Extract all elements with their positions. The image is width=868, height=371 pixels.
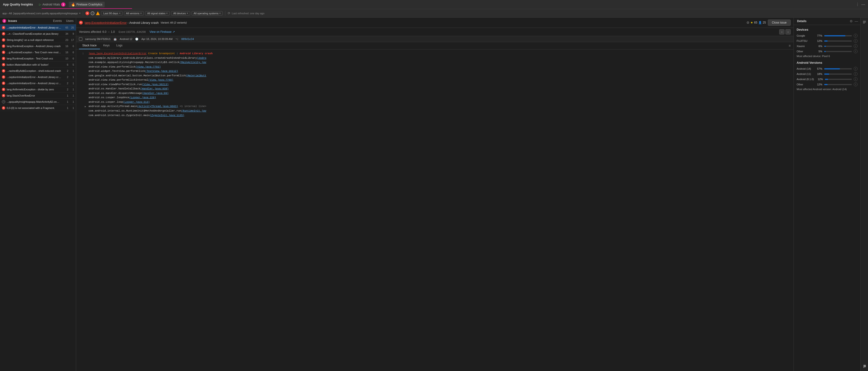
list-item[interactable]: ✕ String.length()' on a null object refe… xyxy=(0,37,76,43)
commit-hash: 089d1e34 xyxy=(181,38,194,41)
android-version: Android 12 xyxy=(120,38,132,40)
list-item[interactable]: ✕ lang.ArithmeticException - divide by z… xyxy=(0,86,76,93)
info-icon[interactable]: i xyxy=(854,72,858,76)
stack-text: android.view.View.performClickInternal(V… xyxy=(89,78,792,82)
versions-bar: Versions affected: 6.0 → 1.0 Event 19377… xyxy=(76,28,794,36)
versions-affected: Versions affected: 6.0 → 1.0 xyxy=(79,30,115,34)
user-count: 6 xyxy=(70,57,74,60)
stack-line: com.google.android.material.button.Mater… xyxy=(76,73,794,78)
stat-row: Xiaomi 6% i xyxy=(797,44,858,48)
code-tabs: Stack trace Keys Logs ≡ xyxy=(76,42,794,49)
warn-filter-icon[interactable] xyxy=(96,11,100,15)
versions-filter[interactable]: All versions ▾ xyxy=(124,11,144,15)
tab-android-vitals[interactable]: ▷ Android Vitals 1 xyxy=(37,1,68,8)
stack-text: com.android.internal.os.ZygoteInit.main(… xyxy=(89,113,792,117)
stat-label: Android (11) xyxy=(797,72,813,75)
list-item[interactable]: ✕ ...n - ClassNotFoundException at java … xyxy=(0,31,76,37)
stat-bar xyxy=(824,46,826,47)
tab-keys[interactable]: Keys xyxy=(100,42,113,49)
event-count: 1 xyxy=(63,100,68,103)
stack-text: android.os.Looper.loopOnce(Looper.java:2… xyxy=(89,96,792,100)
android-icon: 🤖 xyxy=(114,38,117,41)
signal-filter[interactable]: All signal states ▾ xyxy=(145,11,169,15)
tab-details[interactable]: Details xyxy=(796,19,807,23)
error-icon: ✕ xyxy=(2,75,5,79)
list-item[interactable]: ✕ lang.StackOverflowError 1 1 xyxy=(0,93,76,99)
event-count: 10 xyxy=(63,57,68,60)
settings-panel-icon[interactable]: ⚙ xyxy=(850,19,853,23)
expand-arrow[interactable]: ▶ xyxy=(85,105,88,108)
list-item[interactable]: ✕ ...rashedByAdbException - shell-induce… xyxy=(0,68,76,74)
list-item[interactable]: ✕ lang.RuntimeException - Android Librar… xyxy=(0,43,76,49)
notes-side-icon[interactable] xyxy=(862,363,867,369)
issues-panel: 2 Issues Events Users ✕ ...ceptionInInit… xyxy=(0,18,76,371)
user-count: 1 xyxy=(70,76,74,78)
stack-line: android.os.Handler.dispatchMessage(Handl… xyxy=(76,91,794,96)
versions-stats: Android (14) 57% i Android (11) 18% i An… xyxy=(797,67,858,86)
stat-row: FUJITSU 12% i xyxy=(797,39,858,43)
next-event-button[interactable]: › xyxy=(785,29,791,34)
last-refreshed: Last refreshed: one day ago xyxy=(232,9,265,18)
error-icon: ✕ xyxy=(2,88,5,91)
time-filter[interactable]: Last 90 days ▾ xyxy=(101,11,122,15)
issue-text: ...ceptionInInitializerError - Android L… xyxy=(7,82,61,85)
info-icon[interactable]: i xyxy=(854,49,858,53)
list-item[interactable]: ✕ ...g.RuntimeException - Test Crash new… xyxy=(0,49,76,56)
tab-stack-trace[interactable]: Stack trace xyxy=(79,42,100,49)
list-item[interactable]: ◷ ...ppqualityinsightsqaapp.MainActivity… xyxy=(0,99,76,105)
issues-badge: 2 xyxy=(2,19,6,23)
versions-section-title: Android Versions xyxy=(797,61,858,64)
issues-header: 2 Issues Events Users xyxy=(0,18,76,25)
issue-text: String.length()' on a null object refere… xyxy=(7,38,61,41)
info-icon[interactable]: i xyxy=(854,39,858,43)
info-icon[interactable]: i xyxy=(854,44,858,48)
breadcrumb-chevron: ▾ xyxy=(79,12,81,14)
clock-icon: ◷ xyxy=(2,100,5,103)
stack-text: android.view.View$PerformClick.run(View.… xyxy=(89,82,792,87)
stack-line: android.widget.TextView.performClick(Tex… xyxy=(76,69,794,73)
error-icon: ✕ xyxy=(2,94,5,97)
close-issue-button[interactable]: Close issue xyxy=(768,20,791,26)
view-firebase-link[interactable]: View on Firebase ↗ xyxy=(149,30,175,34)
list-item[interactable]: ✕ ...ceptionInInitializerError - Android… xyxy=(0,80,76,86)
list-item[interactable]: ✕ ...ceptionInInitializerError - Android… xyxy=(0,74,76,80)
external-link-icon: ↗ xyxy=(173,30,175,34)
list-item[interactable]: ✕ button.MaterialButton with id 'button'… xyxy=(0,62,76,68)
tab-logs[interactable]: Logs xyxy=(113,42,126,49)
tab-indicator xyxy=(42,8,132,9)
details-side-icon[interactable] xyxy=(862,20,867,25)
stat-bar-bg xyxy=(825,79,852,80)
list-item[interactable]: ✕ 0,0-{0} is not associated with a Fragm… xyxy=(0,105,76,111)
clock-filter-icon[interactable]: ◷ xyxy=(91,11,94,15)
info-icon[interactable]: i xyxy=(854,82,858,86)
user-count: 1 xyxy=(70,88,74,91)
stat-pct: 5% xyxy=(815,50,822,53)
minimize-icon[interactable]: — xyxy=(861,2,865,7)
stat-label: Android (14) xyxy=(797,67,813,70)
list-item[interactable]: ✕ ...ceptionInInitializerError - Android… xyxy=(0,25,76,31)
error-icon: ✕ xyxy=(2,44,5,48)
settings-icon[interactable]: ⚙ xyxy=(746,21,749,25)
tab-firebase-crashlytics[interactable]: 🔥 Firebase Crashlytics xyxy=(69,2,105,7)
issue-title-bar: ✕ lang.ExceptionInInitializerError - And… xyxy=(76,18,794,28)
issue-list: ✕ ...ceptionInInitializerError - Android… xyxy=(0,25,76,371)
info-icon[interactable]: i xyxy=(854,77,858,81)
minimize-panel-icon[interactable]: — xyxy=(855,19,858,23)
stat-pct: 12% xyxy=(816,78,823,80)
os-filter[interactable]: All operating systems ▾ xyxy=(191,11,223,15)
refresh-icon[interactable]: ⟳ xyxy=(228,11,230,15)
devices-stats: Google 77% i FUJITSU 12% i Xiaomi 6% i O… xyxy=(797,34,858,53)
devices-filter[interactable]: All devices ▾ xyxy=(171,11,190,15)
info-icon[interactable]: i xyxy=(854,34,858,38)
list-item[interactable]: ✕ lang.RuntimeException - Test Crash vcs… xyxy=(0,56,76,62)
stack-line: ▶android.app.ActivityThread.main(Activit… xyxy=(76,104,794,109)
tab-options-icon[interactable]: ≡ xyxy=(789,44,791,47)
menu-icon[interactable]: ⋮ xyxy=(856,2,860,7)
error-icon: ✕ xyxy=(2,69,5,72)
stack-text: com.android.internal.os.RuntimeInit$Meth… xyxy=(89,109,792,113)
error-filter-icon[interactable]: ✕ xyxy=(86,11,89,15)
user-count: 1 xyxy=(70,106,74,109)
prev-event-button[interactable]: ‹ xyxy=(779,29,784,34)
stack-text: com.example.mylibrary.AndroidLibraryClas… xyxy=(89,56,792,60)
info-icon[interactable]: i xyxy=(854,67,858,71)
